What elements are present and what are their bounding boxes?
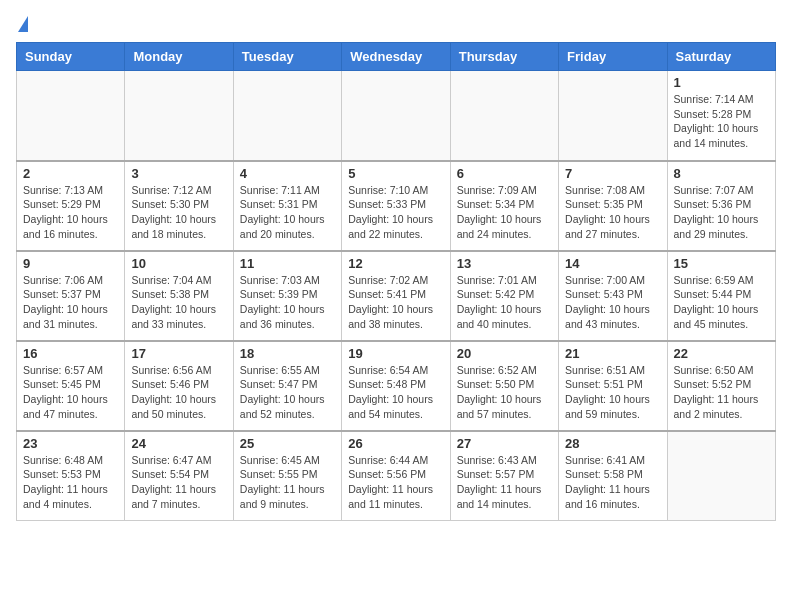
day-number: 23 [23,436,118,451]
day-number: 22 [674,346,769,361]
day-info: Sunrise: 7:13 AM Sunset: 5:29 PM Dayligh… [23,183,118,242]
day-info: Sunrise: 7:02 AM Sunset: 5:41 PM Dayligh… [348,273,443,332]
logo [16,16,28,32]
calendar-day: 28Sunrise: 6:41 AM Sunset: 5:58 PM Dayli… [559,431,667,521]
day-number: 15 [674,256,769,271]
calendar-day: 12Sunrise: 7:02 AM Sunset: 5:41 PM Dayli… [342,251,450,341]
calendar-day: 20Sunrise: 6:52 AM Sunset: 5:50 PM Dayli… [450,341,558,431]
day-info: Sunrise: 6:54 AM Sunset: 5:48 PM Dayligh… [348,363,443,422]
day-number: 11 [240,256,335,271]
calendar-day: 26Sunrise: 6:44 AM Sunset: 5:56 PM Dayli… [342,431,450,521]
day-info: Sunrise: 7:01 AM Sunset: 5:42 PM Dayligh… [457,273,552,332]
calendar-day: 5Sunrise: 7:10 AM Sunset: 5:33 PM Daylig… [342,161,450,251]
day-info: Sunrise: 7:03 AM Sunset: 5:39 PM Dayligh… [240,273,335,332]
day-header-saturday: Saturday [667,43,775,71]
calendar-day: 11Sunrise: 7:03 AM Sunset: 5:39 PM Dayli… [233,251,341,341]
calendar-day: 7Sunrise: 7:08 AM Sunset: 5:35 PM Daylig… [559,161,667,251]
calendar-week-1: 1Sunrise: 7:14 AM Sunset: 5:28 PM Daylig… [17,71,776,161]
calendar-day [450,71,558,161]
day-header-friday: Friday [559,43,667,71]
calendar-day [559,71,667,161]
calendar-week-4: 16Sunrise: 6:57 AM Sunset: 5:45 PM Dayli… [17,341,776,431]
day-number: 14 [565,256,660,271]
day-number: 20 [457,346,552,361]
day-number: 21 [565,346,660,361]
calendar-day: 25Sunrise: 6:45 AM Sunset: 5:55 PM Dayli… [233,431,341,521]
day-number: 7 [565,166,660,181]
day-header-wednesday: Wednesday [342,43,450,71]
day-info: Sunrise: 6:56 AM Sunset: 5:46 PM Dayligh… [131,363,226,422]
calendar-week-2: 2Sunrise: 7:13 AM Sunset: 5:29 PM Daylig… [17,161,776,251]
page-header [16,16,776,32]
day-header-thursday: Thursday [450,43,558,71]
day-info: Sunrise: 6:55 AM Sunset: 5:47 PM Dayligh… [240,363,335,422]
calendar-day: 15Sunrise: 6:59 AM Sunset: 5:44 PM Dayli… [667,251,775,341]
day-number: 4 [240,166,335,181]
day-number: 10 [131,256,226,271]
day-number: 1 [674,75,769,90]
day-number: 26 [348,436,443,451]
day-info: Sunrise: 6:48 AM Sunset: 5:53 PM Dayligh… [23,453,118,512]
logo-icon [18,16,28,32]
day-info: Sunrise: 6:52 AM Sunset: 5:50 PM Dayligh… [457,363,552,422]
calendar-day [17,71,125,161]
day-number: 18 [240,346,335,361]
day-header-sunday: Sunday [17,43,125,71]
calendar-week-3: 9Sunrise: 7:06 AM Sunset: 5:37 PM Daylig… [17,251,776,341]
day-number: 27 [457,436,552,451]
calendar-day: 9Sunrise: 7:06 AM Sunset: 5:37 PM Daylig… [17,251,125,341]
calendar-day: 16Sunrise: 6:57 AM Sunset: 5:45 PM Dayli… [17,341,125,431]
day-number: 5 [348,166,443,181]
calendar-day [667,431,775,521]
day-info: Sunrise: 7:07 AM Sunset: 5:36 PM Dayligh… [674,183,769,242]
day-number: 9 [23,256,118,271]
calendar-day: 1Sunrise: 7:14 AM Sunset: 5:28 PM Daylig… [667,71,775,161]
day-info: Sunrise: 6:44 AM Sunset: 5:56 PM Dayligh… [348,453,443,512]
calendar-day [342,71,450,161]
day-number: 28 [565,436,660,451]
calendar-day: 4Sunrise: 7:11 AM Sunset: 5:31 PM Daylig… [233,161,341,251]
calendar-day: 19Sunrise: 6:54 AM Sunset: 5:48 PM Dayli… [342,341,450,431]
day-info: Sunrise: 6:47 AM Sunset: 5:54 PM Dayligh… [131,453,226,512]
calendar-day: 18Sunrise: 6:55 AM Sunset: 5:47 PM Dayli… [233,341,341,431]
calendar-day: 3Sunrise: 7:12 AM Sunset: 5:30 PM Daylig… [125,161,233,251]
day-info: Sunrise: 6:51 AM Sunset: 5:51 PM Dayligh… [565,363,660,422]
day-number: 2 [23,166,118,181]
day-info: Sunrise: 7:06 AM Sunset: 5:37 PM Dayligh… [23,273,118,332]
day-number: 24 [131,436,226,451]
day-info: Sunrise: 6:59 AM Sunset: 5:44 PM Dayligh… [674,273,769,332]
calendar-day: 13Sunrise: 7:01 AM Sunset: 5:42 PM Dayli… [450,251,558,341]
day-info: Sunrise: 7:00 AM Sunset: 5:43 PM Dayligh… [565,273,660,332]
calendar-day: 24Sunrise: 6:47 AM Sunset: 5:54 PM Dayli… [125,431,233,521]
day-number: 3 [131,166,226,181]
day-header-monday: Monday [125,43,233,71]
day-number: 12 [348,256,443,271]
calendar-day: 6Sunrise: 7:09 AM Sunset: 5:34 PM Daylig… [450,161,558,251]
day-info: Sunrise: 6:57 AM Sunset: 5:45 PM Dayligh… [23,363,118,422]
day-number: 16 [23,346,118,361]
day-info: Sunrise: 7:08 AM Sunset: 5:35 PM Dayligh… [565,183,660,242]
day-number: 13 [457,256,552,271]
calendar-header-row: SundayMondayTuesdayWednesdayThursdayFrid… [17,43,776,71]
day-number: 8 [674,166,769,181]
calendar-day: 27Sunrise: 6:43 AM Sunset: 5:57 PM Dayli… [450,431,558,521]
day-number: 6 [457,166,552,181]
day-info: Sunrise: 6:45 AM Sunset: 5:55 PM Dayligh… [240,453,335,512]
calendar-day: 10Sunrise: 7:04 AM Sunset: 5:38 PM Dayli… [125,251,233,341]
calendar-day: 2Sunrise: 7:13 AM Sunset: 5:29 PM Daylig… [17,161,125,251]
day-header-tuesday: Tuesday [233,43,341,71]
calendar-day [233,71,341,161]
calendar-day: 14Sunrise: 7:00 AM Sunset: 5:43 PM Dayli… [559,251,667,341]
day-info: Sunrise: 6:43 AM Sunset: 5:57 PM Dayligh… [457,453,552,512]
day-info: Sunrise: 7:04 AM Sunset: 5:38 PM Dayligh… [131,273,226,332]
day-info: Sunrise: 7:14 AM Sunset: 5:28 PM Dayligh… [674,92,769,151]
day-number: 25 [240,436,335,451]
day-info: Sunrise: 6:41 AM Sunset: 5:58 PM Dayligh… [565,453,660,512]
calendar-day: 22Sunrise: 6:50 AM Sunset: 5:52 PM Dayli… [667,341,775,431]
day-info: Sunrise: 7:11 AM Sunset: 5:31 PM Dayligh… [240,183,335,242]
day-info: Sunrise: 7:09 AM Sunset: 5:34 PM Dayligh… [457,183,552,242]
day-info: Sunrise: 7:10 AM Sunset: 5:33 PM Dayligh… [348,183,443,242]
day-number: 17 [131,346,226,361]
day-number: 19 [348,346,443,361]
calendar: SundayMondayTuesdayWednesdayThursdayFrid… [16,42,776,521]
